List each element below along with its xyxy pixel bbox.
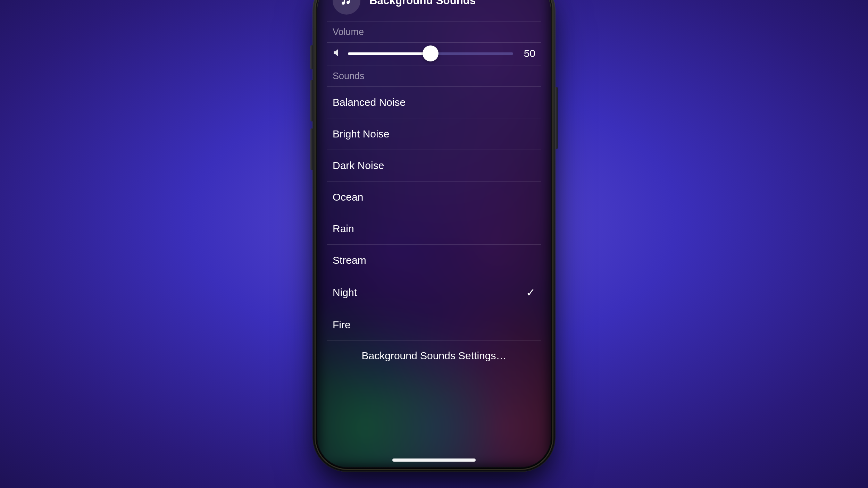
side-button-volume-down <box>310 128 313 170</box>
sound-option-label: Night <box>333 287 357 298</box>
sound-option-label: Rain <box>333 223 354 235</box>
volume-value: 50 <box>520 48 535 59</box>
sound-option-night[interactable]: Night✓ <box>327 276 541 309</box>
sound-option-label: Fire <box>333 319 351 331</box>
volume-slider[interactable] <box>348 48 513 59</box>
sound-option-bright-noise[interactable]: Bright Noise <box>327 118 541 150</box>
checkmark-icon: ✓ <box>526 286 535 299</box>
sounds-list: Balanced NoiseBright NoiseDark NoiseOcea… <box>327 87 541 341</box>
sound-option-label: Bright Noise <box>333 128 389 140</box>
panel-header: Background Sounds <box>327 0 541 22</box>
sound-option-label: Dark Noise <box>333 160 384 171</box>
sound-option-ocean[interactable]: Ocean <box>327 182 541 213</box>
home-indicator[interactable] <box>392 458 476 462</box>
sound-option-balanced-noise[interactable]: Balanced Noise <box>327 87 541 118</box>
phone-frame: Background Sounds Volume 50 S <box>312 0 556 472</box>
speaker-low-icon <box>333 48 341 59</box>
sound-option-label: Stream <box>333 254 366 266</box>
slider-thumb[interactable] <box>423 45 439 61</box>
volume-section-label: Volume <box>327 22 541 42</box>
slider-track-fill <box>348 52 431 55</box>
panel-title: Background Sounds <box>369 0 476 7</box>
volume-row: 50 <box>327 43 541 66</box>
hearing-icon <box>333 0 360 15</box>
phone-screen: Background Sounds Volume 50 S <box>317 0 551 467</box>
sound-option-dark-noise[interactable]: Dark Noise <box>327 150 541 182</box>
sound-option-stream[interactable]: Stream <box>327 245 541 276</box>
svg-point-1 <box>347 1 350 4</box>
background-sounds-panel: Background Sounds Volume 50 S <box>327 0 541 452</box>
background-sounds-settings-button[interactable]: Background Sounds Settings… <box>327 341 541 369</box>
sounds-section-label: Sounds <box>327 66 541 86</box>
svg-point-0 <box>342 2 345 5</box>
sound-option-fire[interactable]: Fire <box>327 309 541 341</box>
sound-option-label: Ocean <box>333 191 363 203</box>
sound-option-label: Balanced Noise <box>333 96 406 108</box>
side-button-power <box>555 87 558 149</box>
side-button-volume-up <box>310 80 313 121</box>
sound-option-rain[interactable]: Rain <box>327 213 541 245</box>
side-button-silent <box>310 45 313 69</box>
